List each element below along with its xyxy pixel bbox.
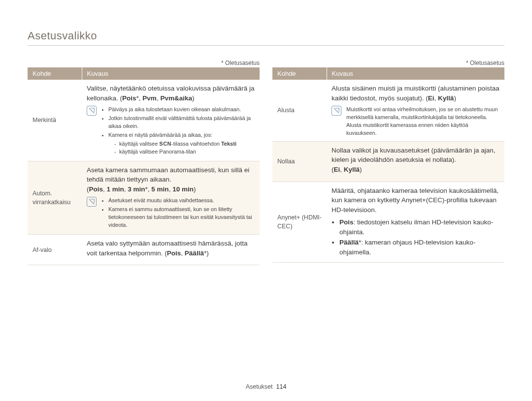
th-kohde: Kohde (28, 67, 82, 80)
title-rule (28, 45, 504, 46)
table-row: Merkintä Valitse, näytetäänkö otetuissa … (28, 80, 260, 161)
desc-text: Valitse, näytetäänkö otetuissa valokuvis… (87, 84, 255, 103)
desc-text: Määritä, ohjataanko kameraa television k… (332, 186, 499, 215)
row-desc: Nollaa valikot ja kuvausasetukset (päivä… (327, 141, 504, 182)
left-column: * Oletusasetus Kohde Kuvaus Merkintä Val… (28, 60, 260, 265)
two-column-layout: * Oletusasetus Kohde Kuvaus Merkintä Val… (28, 60, 504, 265)
desc-text: Alusta sisäinen muisti ja muistikortti (… (332, 84, 499, 103)
note-icon (87, 197, 97, 207)
th-kuvaus: Kuvaus (327, 67, 504, 80)
table-row: Af-valo Aseta valo syttymään automaattis… (28, 235, 260, 265)
row-desc: Valitse, näytetäänkö otetuissa valokuvis… (82, 80, 260, 161)
row-label: Merkintä (28, 80, 82, 161)
default-note-left: * Oletusasetus (28, 60, 260, 66)
page-footer: Asetukset 114 (0, 383, 532, 390)
desc-text: Aseta kamera sammumaan automaattisesti, … (87, 165, 255, 194)
th-kohde: Kohde (272, 67, 327, 80)
bullet-list: Pois: tiedostojen katselu ilman HD-telev… (332, 217, 499, 257)
settings-table-right: Kohde Kuvaus Alusta Alusta sisäinen muis… (272, 67, 504, 263)
note-icon (332, 106, 341, 116)
row-label: Anynet+ (HDMI-CEC) (272, 182, 327, 262)
page: Asetusvalikko * Oletusasetus Kohde Kuvau… (0, 0, 532, 265)
settings-table-left: Kohde Kuvaus Merkintä Valitse, näytetään… (28, 67, 260, 265)
note-box: Muistikortti voi antaa virheilmoituksen,… (332, 106, 499, 137)
row-label: Alusta (272, 80, 327, 141)
desc-text: Aseta valo syttymään automaattisesti häm… (87, 239, 255, 258)
row-desc: Määritä, ohjataanko kameraa television k… (327, 182, 504, 262)
row-desc: Aseta valo syttymään automaattisesti häm… (82, 235, 260, 265)
table-row: Anynet+ (HDMI-CEC) Määritä, ohjataanko k… (272, 182, 504, 262)
row-label: Af-valo (28, 235, 82, 265)
note-icon (87, 106, 97, 116)
note-box: Päiväys ja aika tulostetaan kuvien oikea… (87, 106, 255, 157)
footer-section: Asetukset (246, 383, 273, 390)
th-kuvaus: Kuvaus (82, 67, 260, 80)
note-box: Asetukset eivät muutu akkua vaihdettaess… (87, 197, 255, 230)
row-desc: Alusta sisäinen muisti ja muistikortti (… (327, 80, 504, 141)
footer-page-number: 114 (276, 383, 286, 390)
row-label: Autom. virrankatkaisu (28, 161, 82, 234)
note-list: Päiväys ja aika tulostetaan kuvien oikea… (101, 106, 255, 157)
table-row: Autom. virrankatkaisu Aseta kamera sammu… (28, 161, 260, 234)
desc-text: Nollaa valikot ja kuvausasetukset (päivä… (332, 146, 499, 175)
right-column: * Oletusasetus Kohde Kuvaus Alusta Alust… (272, 60, 504, 265)
table-row: Nollaa Nollaa valikot ja kuvausasetukset… (272, 141, 504, 182)
table-row: Alusta Alusta sisäinen muisti ja muistik… (272, 80, 504, 141)
page-title: Asetusvalikko (28, 30, 504, 42)
row-label: Nollaa (272, 141, 327, 182)
note-text: Muistikortti voi antaa virheilmoituksen,… (346, 106, 499, 137)
note-list: Asetukset eivät muutu akkua vaihdettaess… (101, 197, 255, 230)
note-sublist: käyttäjä valitsee SCN-tilassa vaihtoehdo… (108, 140, 255, 156)
row-desc: Aseta kamera sammumaan automaattisesti, … (82, 161, 260, 234)
default-note-right: * Oletusasetus (272, 60, 504, 66)
